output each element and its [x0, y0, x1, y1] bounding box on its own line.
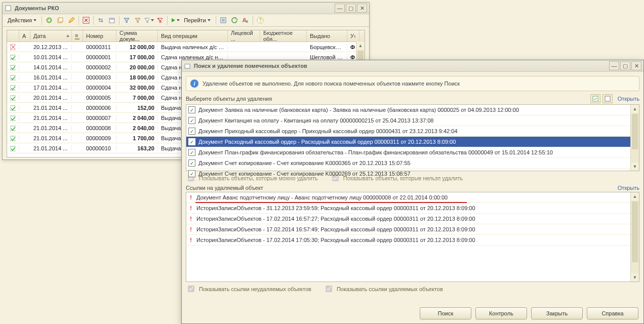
col-issued[interactable]: Выдано	[307, 30, 347, 42]
refs-list[interactable]: !Документ Аванс подотчетному лицу - Аван…	[186, 192, 639, 282]
status-icon	[7, 44, 19, 50]
cell-sum: 20 000,00	[116, 64, 158, 70]
ref-item[interactable]: !Документ Аванс подотчетному лицу - Аван…	[186, 192, 639, 203]
clear-filter-icon[interactable]	[155, 15, 165, 25]
cell-number: 00000008	[83, 125, 116, 131]
ref-item[interactable]: !ИсторияЗаписиОбъектов - 17.02.2014 16:5…	[186, 214, 639, 224]
list-item-label: Документ Квитанция на оплату - Квитанция…	[198, 117, 433, 124]
checkbox-icon[interactable]: ✓	[188, 117, 195, 124]
col-a[interactable]: А	[19, 30, 30, 42]
status-icon	[7, 125, 19, 131]
list-item-label: Документ План-график финансирования обяз…	[198, 149, 553, 155]
col-sum[interactable]: Сумма докум...	[116, 30, 158, 42]
control-button[interactable]: Контроль	[475, 307, 527, 319]
ref-item[interactable]: !ИсторияЗаписиОбъектов - 17.02.2014 17:0…	[186, 235, 639, 246]
list-item[interactable]: ✓Документ План-график финансирования обя…	[186, 147, 639, 158]
list-icon[interactable]	[218, 15, 228, 25]
col-sort-icon[interactable]: ≡	[72, 30, 83, 42]
filter1-icon[interactable]	[122, 15, 132, 25]
modal-title: Поиск и удаление помеченных объектов	[194, 63, 609, 69]
maximize-button[interactable]: ▢	[346, 4, 356, 13]
col-flag[interactable]: У‹	[347, 30, 359, 42]
cell-number: 00000007	[83, 115, 116, 121]
search-delete-window: Поиск и удаление помеченных объектов — ▢…	[181, 60, 644, 324]
cell-number: 00000001	[83, 54, 116, 60]
list-item[interactable]: ✓Документ Приходный кассовый ордер - При…	[186, 126, 639, 137]
checkbox-icon[interactable]: ✓	[188, 138, 195, 145]
ref-item-label: Документ Аванс подотчетному лицу - Аванс…	[196, 194, 448, 200]
checkbox-icon[interactable]: ✓	[188, 170, 195, 177]
list-item[interactable]: ✓Документ Счет копирование - Счет копиро…	[186, 169, 639, 179]
col-account[interactable]: Лицевой ...	[228, 30, 260, 42]
titlebar: Документы РКО — ▢ ✕	[3, 3, 369, 14]
help-button[interactable]: Справка	[587, 307, 638, 319]
actions-menu[interactable]: Действия	[5, 15, 39, 25]
list-item[interactable]: ✓Документ Заявка на наличные (банковская…	[186, 105, 639, 115]
refs-label-row: Ссылки на удаляемый объект Открыть	[186, 185, 639, 191]
copy-icon[interactable]	[55, 15, 65, 25]
cell-issued: Борщевской ...	[307, 44, 347, 50]
checkbox-icon[interactable]: ✓	[188, 159, 195, 167]
checkbox-icon[interactable]: ✓	[188, 106, 195, 113]
uncheck-all-button[interactable]	[602, 94, 613, 103]
open-link-bottom[interactable]: Открыть	[618, 185, 639, 191]
checkbox-icon[interactable]: ✓	[188, 149, 195, 156]
col-date[interactable]: Дата	[30, 30, 72, 42]
col-op[interactable]: Вид операции	[158, 30, 228, 42]
modal-close-button[interactable]: ✕	[631, 61, 641, 70]
col-budget[interactable]: Бюджетное обя...	[260, 30, 307, 42]
run-icon[interactable]	[170, 15, 180, 25]
scrollbar[interactable]: ▲▼	[630, 192, 639, 281]
warning-icon: !	[188, 226, 193, 232]
col-number[interactable]: Номер	[83, 30, 116, 42]
open-link-top[interactable]: Открыть	[618, 96, 639, 102]
filter2-icon[interactable]	[133, 15, 143, 25]
svg-rect-24	[605, 96, 610, 101]
goto-menu[interactable]: Перейти	[181, 15, 214, 25]
check-all-button[interactable]	[590, 94, 600, 103]
cb-refs-nondeletable[interactable]: Показывать ссылки неудаляемых объектов	[186, 284, 311, 294]
delete-icon[interactable]	[81, 15, 91, 25]
checkbox-icon[interactable]: ✓	[188, 128, 195, 135]
info-icon: i	[190, 79, 198, 88]
scrollbar[interactable]: ▲▼	[630, 105, 639, 171]
list-item-label: Документ Счет копирование - Счет копиров…	[198, 160, 411, 166]
modal-minimize-button[interactable]: —	[609, 61, 619, 70]
ref-item-label: ИсторияЗаписиОбъектов - 17.02.2014 17:05…	[196, 237, 475, 243]
edit-icon[interactable]	[66, 15, 76, 25]
ref-item[interactable]: !ИсторияЗаписиОбъектов - 31.12.2013 23:5…	[186, 203, 639, 214]
filter-settings-icon[interactable]	[144, 15, 154, 25]
cb-refs-deletable[interactable]: Показывать ссылки удаляемых объектов	[324, 284, 443, 294]
list-item[interactable]: ✓Документ Расходный кассовый ордер - Рас…	[186, 137, 639, 147]
cell-date: 17.01.2014 ...	[30, 85, 72, 91]
list-item[interactable]: ✓Документ Квитанция на оплату - Квитанци…	[186, 115, 639, 126]
status-icon	[7, 115, 19, 121]
cell-number: 00000004	[83, 85, 116, 91]
status-icon	[7, 145, 19, 151]
chevron-down-icon	[208, 19, 211, 21]
grid-header: А Дата ≡ Номер Сумма докум... Вид операц…	[7, 30, 365, 42]
cell-date: 21.01.2014 ...	[30, 115, 72, 121]
list-item-label: Документ Приходный кассовый ордер - Прих…	[198, 128, 458, 134]
col-status[interactable]	[7, 30, 19, 42]
close-button[interactable]: ✕	[357, 4, 367, 13]
cell-op: Сдача наличных д/с на ...	[158, 54, 228, 60]
table-row[interactable]: 20.12.2013 ...0000031112 000,00Выдача на…	[7, 42, 365, 52]
objects-list[interactable]: ✓Документ Заявка на наличные (банковская…	[186, 104, 639, 171]
cell-number: 00000002	[83, 64, 116, 70]
search-button[interactable]: Поиск	[420, 307, 471, 319]
cell-number: 00000311	[83, 44, 116, 50]
add-icon[interactable]	[44, 15, 54, 25]
close-button[interactable]: Закрыть	[531, 307, 583, 319]
list-item[interactable]: ✓Документ Счет копирование - Счет копиро…	[186, 158, 639, 169]
swap-icon[interactable]	[96, 15, 106, 25]
ref-item[interactable]: !ИсторияЗаписиОбъектов - 17.02.2014 16:5…	[186, 224, 639, 235]
cell-sum: 7 000,00	[116, 95, 158, 101]
modal-maximize-button[interactable]: ▢	[620, 61, 630, 70]
help-icon[interactable]: ?	[255, 15, 265, 25]
chevron-down-icon	[177, 19, 180, 21]
refresh-date-icon[interactable]	[107, 15, 117, 25]
reload-icon[interactable]	[229, 15, 239, 25]
dk-icon[interactable]: ДК	[240, 15, 251, 25]
minimize-button[interactable]: —	[335, 4, 345, 13]
